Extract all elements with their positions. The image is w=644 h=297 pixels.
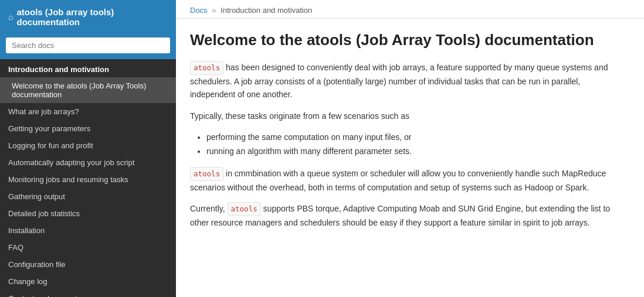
sidebar-item-config[interactable]: Configuration file	[0, 256, 176, 273]
sidebar-item-job-arrays[interactable]: What are job arrays?	[0, 103, 176, 120]
intro-text-1: has been designed to conveniently deal w…	[190, 63, 608, 99]
breadcrumb-separator: »	[212, 6, 216, 15]
sidebar-item-parameters[interactable]: Getting your parameters	[0, 120, 176, 137]
scenarios-list: performing the same computation on many …	[206, 131, 619, 159]
sidebar-item-gathering[interactable]: Gathering output	[0, 188, 176, 205]
sidebar-title: atools (Job array tools) documentation	[16, 7, 168, 27]
scenarios-intro: Typically, these tasks originate from a …	[190, 110, 619, 122]
sidebar-item-faq[interactable]: FAQ	[0, 239, 176, 256]
sidebar-item-changelog[interactable]: Change log	[0, 273, 176, 290]
home-icon: ⌂	[8, 12, 13, 22]
breadcrumb-docs-link[interactable]: Docs	[190, 6, 208, 15]
mapreduce-paragraph: atools in cmmbination with a queue syste…	[190, 167, 619, 194]
search-box-wrap	[0, 34, 176, 59]
sidebar-section-label: Introduction and motivation	[0, 59, 176, 77]
sidebar-item-adapting[interactable]: Automatically adapting your job script	[0, 154, 176, 171]
list-item-2: running an algorithm with many different…	[206, 145, 619, 159]
sidebar-header[interactable]: ⌂ atools (Job array tools) documentation	[0, 0, 176, 34]
atools-code-1: atools	[190, 61, 223, 75]
search-input[interactable]	[6, 37, 170, 53]
support-prefix: Currently,	[190, 204, 228, 213]
sidebar-item-monitoring[interactable]: Monitoring jobs and resuming tasks	[0, 171, 176, 188]
intro-paragraph: atools has been designed to conveniently…	[190, 61, 619, 101]
atools-code-2: atools	[190, 167, 223, 181]
atools-code-3: atools	[228, 202, 261, 216]
sidebar-item-detailed[interactable]: Detailed job statistics	[0, 205, 176, 222]
list-item-1: performing the same computation on many …	[206, 131, 619, 145]
page-title: Welcome to the atools (Job Array Tools) …	[190, 30, 619, 50]
breadcrumb-current: Introduction and motivation	[221, 6, 312, 15]
sidebar: ⌂ atools (Job array tools) documentation…	[0, 0, 176, 297]
breadcrumb: Docs » Introduction and motivation	[176, 0, 644, 19]
sidebar-item-installation[interactable]: Installation	[0, 222, 176, 239]
sidebar-active-item[interactable]: Welcome to the atools (Job Array Tools) …	[0, 77, 176, 103]
content-body: Welcome to the atools (Job Array Tools) …	[176, 19, 633, 249]
sidebar-item-contact[interactable]: Contact and support	[0, 290, 176, 297]
sidebar-item-logging[interactable]: Logging for fun and profit	[0, 137, 176, 154]
main-content: Docs » Introduction and motivation Welco…	[176, 0, 644, 297]
mapreduce-text: in cmmbination with a queue system or sc…	[190, 169, 606, 192]
support-paragraph: Currently, atools supports PBS torque, A…	[190, 202, 619, 229]
